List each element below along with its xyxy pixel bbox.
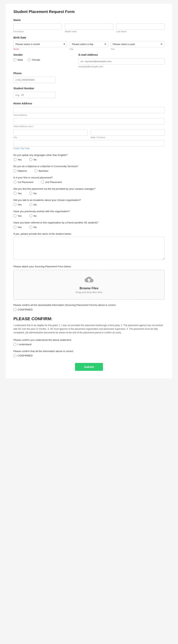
upload-browse-label: Browse Files bbox=[18, 286, 160, 290]
month-col: Please select a month JanuaryFebruaryMar… bbox=[13, 41, 67, 50]
final-confirmed-option[interactable]: CONFIRMED bbox=[13, 354, 165, 357]
upload-icon bbox=[18, 276, 160, 285]
day-col: Please select a day for(let i=1;i<=31;i+… bbox=[70, 41, 108, 50]
option-q6-0[interactable]: Yes bbox=[13, 214, 22, 217]
street2-row: Street Address Line 2 bbox=[13, 118, 165, 128]
first-name-input[interactable] bbox=[13, 24, 62, 30]
radio-group-q1: YesNo bbox=[13, 158, 165, 161]
option-label-q2-1: Bachelor bbox=[39, 170, 48, 172]
month-select[interactable]: Please select a month JanuaryFebruaryMar… bbox=[13, 41, 67, 47]
option-label-q4-1: No bbox=[34, 192, 37, 195]
radio-q1-0[interactable] bbox=[13, 158, 17, 161]
street2-input[interactable] bbox=[13, 118, 165, 124]
option-label-q3-1: 2nd Placement bbox=[45, 181, 62, 184]
year-col: Please select a year for(let y=2024;y>=1… bbox=[111, 41, 165, 50]
student-name-label: If yes, please provide the name of the s… bbox=[13, 232, 165, 235]
female-radio[interactable] bbox=[28, 58, 31, 61]
street1-label: Street Address bbox=[13, 114, 27, 116]
option-q1-1[interactable]: No bbox=[29, 158, 37, 161]
radio-q4-0[interactable] bbox=[13, 192, 17, 195]
year-label: Year bbox=[111, 48, 165, 50]
option-label-q6-0: Yes bbox=[18, 214, 22, 217]
understand-radio[interactable] bbox=[13, 343, 17, 346]
phone-input[interactable] bbox=[13, 77, 55, 83]
radio-q6-0[interactable] bbox=[13, 214, 17, 217]
upload-label: Please attach your Sourcing Placement Fo… bbox=[13, 265, 165, 268]
question-q7: Have you been referred to this organisat… bbox=[13, 221, 165, 228]
year-select[interactable]: Please select a year for(let y=2024;y>=1… bbox=[111, 41, 165, 47]
option-q7-1[interactable]: No bbox=[29, 226, 37, 228]
home-address-label: Home Address bbox=[13, 102, 165, 105]
email-section: E-mail Address example@example.com bbox=[78, 53, 165, 68]
option-q4-0[interactable]: Yes bbox=[13, 192, 22, 195]
last-name-input[interactable] bbox=[116, 24, 165, 30]
name-section-label: Name bbox=[13, 18, 165, 22]
option-q6-1[interactable]: No bbox=[29, 214, 37, 217]
radio-q4-1[interactable] bbox=[29, 192, 32, 195]
question-q1: Do you speak any languages other than En… bbox=[13, 154, 165, 161]
radio-q7-0[interactable] bbox=[13, 226, 17, 228]
postal-row: Postal / Zip Code bbox=[13, 140, 165, 150]
male-radio[interactable] bbox=[13, 58, 17, 61]
final-confirmed-radio[interactable] bbox=[13, 354, 17, 357]
questions-container: Do you speak any languages other than En… bbox=[13, 154, 165, 228]
radio-q7-1[interactable] bbox=[29, 226, 32, 228]
option-q3-0[interactable]: 1st Placement bbox=[13, 180, 33, 184]
radio-q3-1[interactable] bbox=[41, 180, 44, 184]
female-option[interactable]: Female bbox=[28, 58, 40, 61]
radio-q2-1[interactable] bbox=[34, 169, 38, 172]
radio-q3-0[interactable] bbox=[13, 180, 17, 184]
email-input[interactable] bbox=[78, 58, 165, 64]
radio-group-q7: YesNo bbox=[13, 226, 165, 228]
middle-initial-input[interactable] bbox=[65, 24, 113, 30]
phone-section: Phone bbox=[13, 72, 165, 83]
confirmed-radio[interactable] bbox=[13, 308, 17, 311]
question-q6: Have you previously worked with this org… bbox=[13, 210, 165, 217]
option-label-q1-0: Yes bbox=[18, 158, 22, 161]
state-input[interactable] bbox=[91, 129, 165, 136]
understand-section: Please confirm you understood the above … bbox=[13, 338, 165, 346]
name-row: First Name Middle Initial Last Name bbox=[13, 24, 165, 33]
home-address-section: Home Address Street Address Street Addre… bbox=[13, 102, 165, 150]
question-q4: Did you find this placement via the list… bbox=[13, 188, 165, 195]
option-q2-0[interactable]: Diploma bbox=[13, 169, 27, 172]
understand-label: Please confirm you understood the above … bbox=[13, 338, 165, 341]
option-q4-1[interactable]: No bbox=[29, 192, 37, 195]
upload-area[interactable]: Browse Files Drag and drop files here bbox=[13, 270, 165, 300]
student-name-section: If yes, please provide the name of the s… bbox=[13, 232, 165, 260]
city-state-row: City State / Province bbox=[13, 129, 165, 138]
option-label-q6-1: No bbox=[34, 214, 37, 217]
radio-group-q4: YesNo bbox=[13, 192, 165, 195]
option-q5-1[interactable]: No bbox=[29, 203, 37, 206]
option-q3-1[interactable]: 2nd Placement bbox=[41, 180, 62, 184]
email-section-label: E-mail Address bbox=[78, 53, 165, 56]
postal-input[interactable] bbox=[13, 140, 165, 146]
confirmed-label: CONFIRMED bbox=[18, 308, 33, 311]
radio-q1-1[interactable] bbox=[29, 158, 32, 161]
option-q5-0[interactable]: Yes bbox=[13, 203, 22, 206]
radio-q5-1[interactable] bbox=[29, 203, 32, 206]
radio-group-q3: 1st Placement2nd Placement bbox=[13, 180, 165, 184]
radio-q5-0[interactable] bbox=[13, 203, 17, 206]
final-confirm-label: Please confirm that all the information … bbox=[13, 350, 165, 353]
option-q1-0[interactable]: Yes bbox=[13, 158, 22, 161]
understand-option[interactable]: I understand bbox=[13, 343, 165, 346]
question-q5: Did you talk to an Academic about your c… bbox=[13, 199, 165, 206]
student-number-input[interactable] bbox=[13, 92, 55, 98]
male-option[interactable]: Male bbox=[13, 58, 23, 61]
option-label-q2-0: Diploma bbox=[18, 170, 27, 172]
radio-q6-1[interactable] bbox=[29, 214, 32, 217]
radio-q2-0[interactable] bbox=[13, 169, 17, 172]
student-name-textarea[interactable] bbox=[13, 237, 165, 260]
submit-row: Submit bbox=[13, 363, 165, 371]
day-select[interactable]: Please select a day for(let i=1;i<=31;i+… bbox=[70, 41, 108, 47]
question-text-q3: Is it your first or second placement? bbox=[13, 176, 165, 179]
last-name-col: Last Name bbox=[116, 24, 165, 33]
confirmed-option[interactable]: CONFIRMED bbox=[13, 308, 165, 311]
option-q7-0[interactable]: Yes bbox=[13, 226, 22, 228]
submit-button[interactable]: Submit bbox=[75, 363, 103, 371]
street1-input[interactable] bbox=[13, 107, 165, 113]
option-label-q7-0: Yes bbox=[18, 226, 22, 228]
option-q2-1[interactable]: Bachelor bbox=[34, 169, 48, 172]
city-input[interactable] bbox=[13, 129, 87, 136]
